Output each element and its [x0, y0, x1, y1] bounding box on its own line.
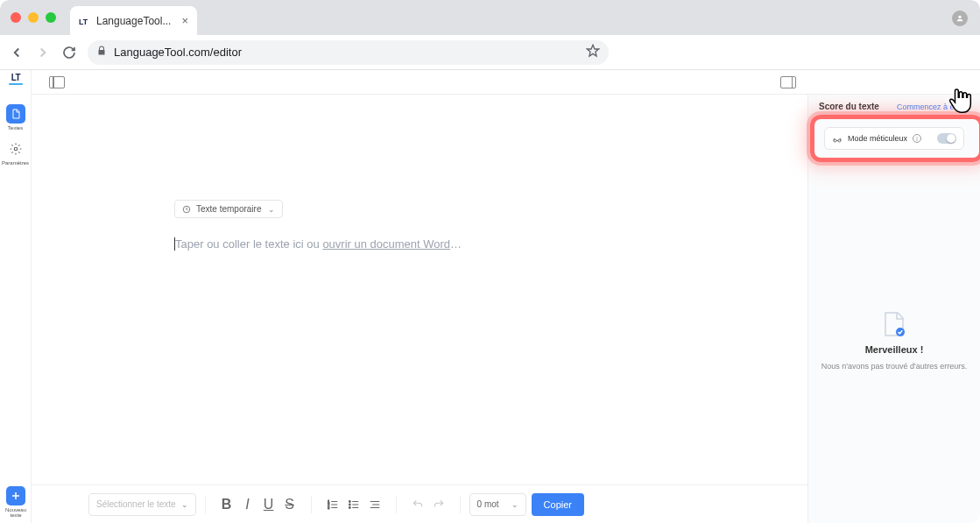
browser-address-bar: LanguageTool.com/editor: [0, 35, 980, 70]
numbered-list-icon[interactable]: 123: [326, 498, 340, 512]
profile-icon[interactable]: [952, 11, 968, 26]
score-label: Score du texte: [819, 102, 879, 111]
rail-item-settings[interactable]: Paramètres: [3, 137, 29, 168]
svg-text:LT: LT: [79, 17, 88, 25]
italic-icon[interactable]: I: [241, 498, 255, 512]
back-icon[interactable]: [9, 45, 25, 60]
right-panel: Français ⌄ ⋯ Score du texte Commencez à …: [807, 70, 980, 523]
svg-point-11: [349, 504, 350, 505]
meticulous-label: Mode méticuleux: [848, 134, 907, 143]
meticulous-toggle[interactable]: [937, 133, 956, 144]
bottom-toolbar: Sélectionner le texte ⌄ B I U S 123 0 mo…: [32, 484, 807, 523]
browser-tab-bar: LT LanguageTool... ×: [0, 0, 980, 35]
clock-icon: [182, 205, 191, 214]
forward-icon: [35, 45, 51, 60]
document-title: Texte temporaire: [196, 204, 261, 214]
meticulous-mode-row: Mode méticuleux i: [815, 120, 973, 157]
underline-icon[interactable]: U: [262, 498, 276, 512]
glasses-icon: [832, 133, 843, 144]
rail-label: Nouveau texte: [3, 507, 29, 518]
copy-button[interactable]: Copier: [532, 493, 584, 516]
svg-point-1: [958, 16, 961, 18]
chevron-down-icon: ⌄: [181, 500, 188, 509]
maximize-window-icon[interactable]: [46, 12, 56, 23]
lock-icon: [96, 46, 107, 59]
empty-state-subtitle: Nous n'avons pas trouvé d'autres erreurs…: [821, 362, 968, 372]
editor-area: Texte temporaire ⌄ Taper ou coller le te…: [32, 70, 807, 523]
bold-icon[interactable]: B: [220, 498, 234, 512]
rail-label: Paramètres: [2, 160, 29, 166]
toggle-left-panel-icon[interactable]: [49, 76, 65, 88]
svg-text:3: 3: [328, 505, 329, 509]
cursor-hand-icon: [948, 86, 975, 116]
url-text: LanguageTool.com/editor: [114, 46, 242, 59]
editor-textarea[interactable]: Taper ou coller le texte ici ou ouvrir u…: [174, 237, 665, 251]
svg-point-2: [14, 147, 18, 151]
chevron-down-icon: ⌄: [268, 205, 275, 214]
redo-icon: [432, 498, 446, 512]
bookmark-star-icon[interactable]: [586, 44, 600, 60]
app-logo: LT: [6, 73, 25, 85]
reload-icon[interactable]: [61, 45, 77, 60]
rail-label: Textes: [8, 125, 23, 131]
app-top-strip: [32, 70, 980, 95]
outdent-icon[interactable]: [368, 498, 382, 512]
strikethrough-icon[interactable]: S: [283, 498, 297, 512]
open-word-link[interactable]: ouvrir un document Word: [322, 237, 450, 251]
empty-state-title: Merveilleux !: [865, 344, 924, 355]
tab-title: LanguageTool...: [96, 15, 176, 27]
bullet-list-icon[interactable]: [347, 498, 361, 512]
svg-point-12: [349, 506, 350, 508]
gear-icon: [6, 139, 25, 159]
word-count-dropdown[interactable]: 0 mot ⌄: [469, 493, 526, 516]
left-rail: Textes Paramètres Nouveau texte: [0, 70, 32, 523]
browser-tab[interactable]: LT LanguageTool... ×: [70, 6, 197, 35]
no-errors-state: Merveilleux ! Nous n'avons pas trouvé d'…: [808, 160, 980, 523]
chevron-down-icon: ⌄: [511, 500, 518, 509]
new-text-button[interactable]: [6, 486, 25, 505]
minimize-window-icon[interactable]: [28, 12, 39, 23]
svg-point-10: [349, 500, 350, 502]
toggle-right-panel-icon[interactable]: [780, 76, 796, 88]
rail-item-texts[interactable]: Textes: [3, 102, 29, 133]
url-bar[interactable]: LanguageTool.com/editor: [88, 40, 609, 65]
document-icon: [6, 104, 25, 124]
favicon-icon: LT: [79, 15, 91, 27]
document-check-icon: [883, 311, 906, 337]
document-title-chip[interactable]: Texte temporaire ⌄: [174, 200, 283, 218]
info-icon[interactable]: i: [913, 134, 921, 143]
close-tab-icon[interactable]: ×: [181, 14, 188, 27]
close-window-icon[interactable]: [11, 12, 21, 23]
select-text-dropdown[interactable]: Sélectionner le texte ⌄: [88, 493, 196, 516]
window-controls: [11, 12, 56, 23]
undo-icon: [411, 498, 425, 512]
